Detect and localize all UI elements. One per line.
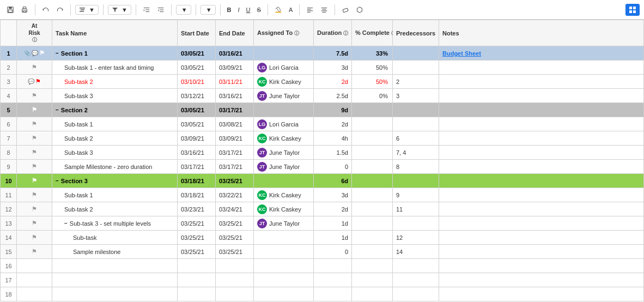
table-row[interactable]: 4⚑Sub-task 303/12/2103/16/21JTJune Taylo… [1, 89, 644, 103]
strikethrough-button[interactable]: S [255, 5, 263, 14]
flag-icon[interactable]: ⚑ [32, 135, 37, 142]
table-row[interactable]: 9⚑Sample Milestone - zero duration03/17/… [1, 160, 644, 174]
task-name-cell[interactable]: Sub-task 2 [52, 75, 178, 89]
flag-icon[interactable]: ⚑ [32, 64, 37, 71]
table-row[interactable]: 1📎💬⚑−Section 103/05/2103/16/217.5d33%Bud… [1, 46, 644, 61]
flag-icon[interactable]: ⚑ [32, 177, 37, 184]
gantt-view-button[interactable]: ▼ [75, 5, 99, 15]
underline-button[interactable]: U [244, 5, 253, 14]
align-center-button[interactable] [318, 5, 330, 15]
row-number: 12 [1, 202, 17, 216]
at-risk-label: AtRisk [20, 22, 48, 37]
flag-icon[interactable]: ⚑ [32, 106, 37, 113]
notes-cell [439, 89, 644, 103]
task-name-cell[interactable]: Sub-task 3 [52, 89, 178, 103]
end-date-cell: 03/17/21 [216, 146, 254, 160]
save-button[interactable] [4, 5, 16, 15]
flag-icon[interactable]: ⚑ [32, 191, 37, 198]
table-row[interactable]: 2⚑Sub-task 1 - enter task and timing03/0… [1, 61, 644, 75]
font-size-selector[interactable]: ▼ [201, 5, 216, 15]
comment-icon[interactable]: 💬 [28, 78, 34, 84]
grid-view-button[interactable] [625, 4, 640, 16]
end-date-cell: 03/25/21 [216, 174, 254, 188]
flag-icon[interactable]: ⚑ [32, 248, 37, 255]
task-name-cell[interactable]: Sub-task 1 - enter task and timing [52, 61, 178, 75]
font-selector[interactable]: ▼ [176, 5, 191, 15]
text-color-button[interactable]: A [287, 5, 295, 14]
flag-icon[interactable]: ⚑ [32, 120, 37, 128]
table-row[interactable]: 6⚑Sub-task 103/05/2103/08/21LGLori Garci… [1, 117, 644, 131]
table-row[interactable]: 13⚑−Sub-task 3 - set multiple levels03/2… [1, 216, 644, 231]
task-name-text: Section 1 [61, 50, 88, 57]
task-name-cell[interactable]: Sub-task [52, 231, 178, 245]
row-number: 18 [1, 287, 17, 301]
end-date-cell: 03/09/21 [216, 131, 254, 146]
notes-link[interactable]: Budget Sheet [442, 50, 481, 57]
task-name-cell[interactable]: Sub-task 2 [52, 202, 178, 216]
table-row[interactable]: 15⚑Sample milestone03/25/2103/25/21014 [1, 245, 644, 259]
outdent-button[interactable] [155, 5, 167, 15]
notes-cell: Budget Sheet [439, 46, 644, 61]
table-body: 1📎💬⚑−Section 103/05/2103/16/217.5d33%Bud… [1, 46, 644, 301]
attachment-icon[interactable]: 📎 [24, 50, 31, 56]
task-name-cell[interactable]: Sub-task 2 [52, 131, 178, 146]
table-row[interactable]: 3💬⚑Sub-task 203/10/2103/11/21KCKirk Cask… [1, 75, 644, 89]
print-button[interactable] [19, 5, 31, 15]
flag-icon[interactable]: ⚑ [32, 234, 37, 241]
separator-5 [171, 4, 172, 15]
redo-button[interactable] [54, 5, 66, 15]
flag-icon[interactable]: ⚑ [32, 92, 37, 99]
task-name-cell[interactable]: Sub-task 3 [52, 146, 178, 160]
table-row[interactable]: 18 [1, 287, 644, 301]
section-toggle-icon[interactable]: − [64, 220, 68, 226]
flag-icon[interactable]: ⚑ [32, 220, 37, 227]
flag-icon[interactable]: ⚑ [32, 206, 37, 213]
bold-button[interactable]: B [225, 5, 234, 14]
eraser-button[interactable] [339, 5, 351, 15]
assigned-content: KCKirk Caskey [257, 134, 310, 143]
fill-color-button[interactable] [272, 5, 284, 15]
task-name-cell[interactable]: Sub-task 1 [52, 188, 178, 202]
end-date-cell: 03/25/21 [216, 231, 254, 245]
table-row[interactable]: 14⚑Sub-task03/25/2103/25/211d12 [1, 231, 644, 245]
flag-icon[interactable]: ⚑ [32, 149, 37, 156]
flag-icon[interactable]: ⚑ [35, 78, 41, 85]
task-name-cell[interactable]: Sample milestone [52, 245, 178, 259]
row-number: 14 [1, 231, 17, 245]
table-row[interactable]: 5⚑−Section 203/05/2103/17/219d [1, 103, 644, 117]
font-size-chevron-icon: ▼ [206, 7, 212, 13]
avatar: JT [257, 148, 267, 158]
table-row[interactable]: 10⚑−Section 303/18/2103/25/216d [1, 174, 644, 188]
section-toggle-icon[interactable]: − [56, 107, 59, 113]
task-name-cell[interactable]: Sub-task 1 [52, 117, 178, 131]
align-left-button[interactable] [304, 5, 316, 15]
comment-icon[interactable]: 💬 [32, 50, 38, 56]
svg-rect-26 [629, 7, 632, 9]
extra-icon [356, 6, 363, 14]
indent-button[interactable] [141, 5, 153, 15]
flag-icon[interactable]: ⚑ [39, 50, 45, 57]
task-name-cell[interactable]: −Section 3 [52, 174, 178, 188]
extra-button[interactable] [354, 5, 366, 15]
table-row[interactable]: 16 [1, 259, 644, 273]
task-name-cell[interactable]: −Sub-task 3 - set multiple levels [52, 216, 178, 231]
table-row[interactable]: 11⚑Sub-task 103/18/2103/22/21KCKirk Cask… [1, 188, 644, 202]
table-row[interactable]: 7⚑Sub-task 203/09/2103/09/21KCKirk Caske… [1, 131, 644, 146]
task-name-cell[interactable]: −Section 1 [52, 46, 178, 61]
task-name-cell[interactable]: Sample Milestone - zero duration [52, 160, 178, 174]
pct-complete-cell [352, 146, 393, 160]
filter-button[interactable]: ▼ [108, 5, 131, 15]
italic-button[interactable]: I [236, 5, 242, 14]
section-toggle-icon[interactable]: − [56, 178, 59, 184]
table-row[interactable]: 12⚑Sub-task 203/23/2103/24/21KCKirk Cask… [1, 202, 644, 216]
svg-rect-8 [80, 11, 84, 12]
table-row[interactable]: 17 [1, 273, 644, 287]
task-name-cell[interactable]: −Section 2 [52, 103, 178, 117]
predecessors-cell [393, 46, 439, 61]
flag-icon[interactable]: ⚑ [32, 163, 37, 170]
undo-button[interactable] [40, 5, 52, 15]
table-row[interactable]: 8⚑Sub-task 303/16/2103/17/21JTJune Taylo… [1, 146, 644, 160]
assigned-info-icon: ⓘ [294, 31, 299, 36]
notes-cell [439, 117, 644, 131]
section-toggle-icon[interactable]: − [56, 50, 59, 56]
